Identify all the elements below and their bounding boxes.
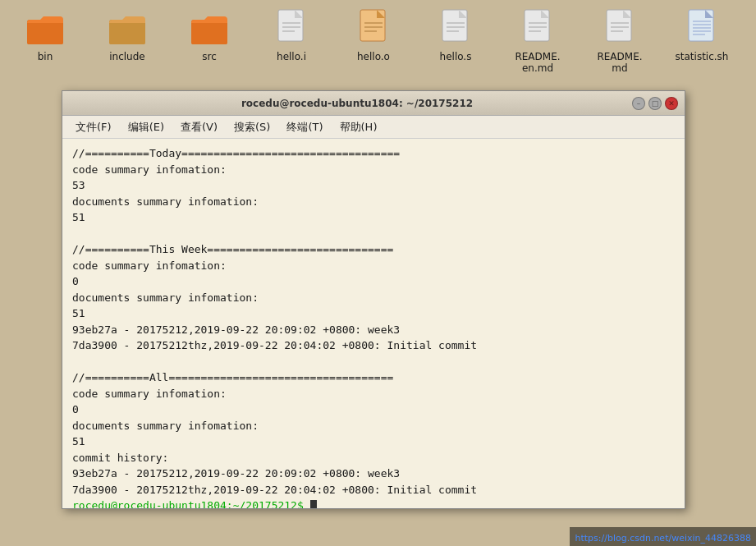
terminal-menubar: 文件(F) 编辑(E) 查看(V) 搜索(S) 终端(T) 帮助(H) [62, 116, 685, 139]
term-line-18: 51 [72, 434, 675, 450]
file-icon-src-label: src [202, 51, 217, 62]
file-icon-include[interactable]: include [94, 8, 160, 62]
maximize-button[interactable]: □ [648, 97, 662, 110]
file-icon-hello-i[interactable]: hello.i [259, 8, 324, 62]
file-icon-readme-en[interactable]: README.en.md [505, 8, 570, 75]
term-line-13 [72, 354, 675, 370]
file-icon-readme-md[interactable]: README.md [587, 8, 653, 75]
file-readme-en-icon [518, 8, 557, 48]
file-icon-readme-md-label: README.md [597, 51, 642, 75]
file-statistic-icon [682, 8, 722, 48]
file-readme-md-icon [600, 8, 639, 48]
svg-rect-3 [109, 23, 145, 44]
term-line-12: 7da3900 - 20175212thz,2019-09-22 20:04:0… [72, 337, 675, 354]
file-icon-bin-label: bin [38, 51, 53, 62]
menu-search[interactable]: 搜索(S) [227, 118, 277, 136]
term-line-3: documents summary infomation: [72, 194, 675, 210]
term-line-19: commit history: [72, 450, 675, 466]
term-line-14: //==========All=========================… [72, 369, 675, 386]
term-line-21: 7da3900 - 20175212thz,2019-09-22 20:04:0… [72, 482, 675, 498]
bottom-link[interactable]: https://blog.csdn.net/weixin_44826388 [575, 533, 751, 544]
term-cursor [310, 500, 317, 508]
menu-terminal[interactable]: 终端(T) [280, 118, 329, 136]
file-icons-row: bin include src [0, 0, 747, 83]
file-icon-hello-i-label: hello.i [277, 51, 306, 62]
menu-edit[interactable]: 编辑(E) [121, 118, 171, 136]
term-line-2: 53 [72, 177, 675, 194]
file-icon-statistic-label: statistic.sh [676, 51, 729, 62]
term-prompt-line: rocedu@rocedu-ubuntu1804:~/20175212$ [72, 498, 675, 508]
term-line-0: //==========Today=======================… [72, 145, 675, 162]
svg-rect-1 [27, 23, 63, 44]
file-icon-readme-en-label: README.en.md [515, 51, 560, 75]
file-icon-hello-o[interactable]: hello.o [341, 8, 406, 62]
file-icon-statistic[interactable]: statistic.sh [669, 8, 735, 62]
term-line-15: code summary infomation: [72, 386, 675, 402]
term-line-10: 51 [72, 305, 675, 322]
window-controls: – □ ✕ [632, 97, 678, 110]
term-line-8: 0 [72, 273, 675, 290]
folder-bin-icon [25, 8, 65, 48]
desktop: bin include src [0, 0, 756, 546]
file-icon-include-label: include [109, 51, 144, 62]
file-hello-o-icon [354, 8, 393, 48]
terminal-body[interactable]: //==========Today=======================… [62, 139, 685, 508]
terminal-title: rocedu@rocedu-ubuntu1804: ~/20175212 [82, 98, 632, 109]
close-button[interactable]: ✕ [665, 97, 678, 110]
file-icon-hello-s[interactable]: hello.s [423, 8, 488, 62]
bottom-bar: https://blog.csdn.net/weixin_44826388 [570, 527, 756, 546]
folder-src-icon [190, 8, 229, 48]
menu-help[interactable]: 帮助(H) [333, 118, 384, 136]
term-line-17: documents summary infomation: [72, 418, 675, 434]
menu-view[interactable]: 查看(V) [174, 118, 224, 136]
term-line-20: 93eb27a - 20175212,2019-09-22 20:09:02 +… [72, 466, 675, 482]
file-icon-bin[interactable]: bin [12, 8, 78, 62]
folder-include-icon [108, 8, 147, 48]
term-line-5 [72, 226, 675, 242]
svg-rect-5 [191, 23, 227, 44]
term-prompt: rocedu@rocedu-ubuntu1804:~/20175212$ [72, 499, 310, 508]
file-icon-hello-s-label: hello.s [440, 51, 472, 62]
term-line-7: code summary infomation: [72, 258, 675, 274]
file-hello-s-icon [436, 8, 475, 48]
term-line-6: //==========This Week===================… [72, 241, 675, 258]
file-icon-src[interactable]: src [176, 8, 242, 62]
minimize-button[interactable]: – [632, 97, 645, 110]
term-line-9: documents summary infomation: [72, 290, 675, 306]
term-line-1: code summary infomation: [72, 162, 675, 178]
term-line-16: 0 [72, 401, 675, 418]
terminal-titlebar: rocedu@rocedu-ubuntu1804: ~/20175212 – □… [62, 91, 685, 116]
terminal-window: rocedu@rocedu-ubuntu1804: ~/20175212 – □… [62, 90, 685, 509]
file-hello-i-icon [272, 8, 311, 48]
term-line-4: 51 [72, 209, 675, 226]
term-line-11: 93eb27a - 20175212,2019-09-22 20:09:02 +… [72, 322, 675, 338]
file-icon-hello-o-label: hello.o [357, 51, 390, 62]
menu-file[interactable]: 文件(F) [69, 118, 118, 136]
